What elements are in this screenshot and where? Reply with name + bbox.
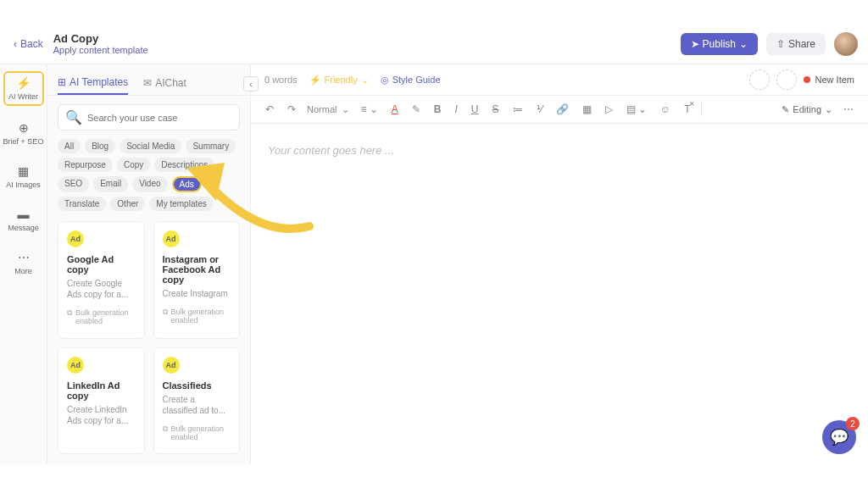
share-button[interactable]: ⇧ Share — [766, 33, 826, 55]
nav-item-brief-seo[interactable]: ⊕Brief + SEO — [3, 118, 44, 149]
status-pill[interactable]: New Item — [804, 75, 854, 85]
tab-ai-templates[interactable]: ⊞ AI Templates — [58, 71, 128, 95]
ad-icon: Ad — [163, 357, 180, 374]
table-button[interactable]: ▤ ⌄ — [624, 102, 649, 117]
bolt-icon: ⚡ — [309, 75, 321, 86]
ad-icon: Ad — [163, 230, 180, 247]
assignee-placeholder-2[interactable] — [776, 69, 797, 90]
separator — [701, 103, 702, 116]
underline-button[interactable]: U — [469, 102, 481, 117]
category-chips: AllBlogSocial MediaSummaryRepurposeCopyD… — [47, 139, 250, 211]
chip-my-templates[interactable]: My templates — [149, 197, 213, 211]
editing-label: Editing — [793, 104, 821, 114]
publish-button[interactable]: ➤ Publish ⌄ — [681, 33, 758, 55]
format-select[interactable]: Normal ⌄ — [307, 104, 349, 115]
apply-template-link[interactable]: Apply content template — [53, 45, 148, 55]
ad-icon: Ad — [67, 357, 84, 374]
word-count: 0 words — [264, 75, 298, 85]
nav-label: Message — [8, 224, 39, 232]
bold-button[interactable]: B — [431, 102, 444, 117]
search-box[interactable]: 🔍 — [58, 104, 240, 130]
back-button[interactable]: ‹ Back — [7, 31, 50, 57]
nav-item-ai-writer[interactable]: ⚡AI Writer — [3, 71, 44, 106]
nav-icon: ⚡ — [17, 76, 31, 90]
video-button[interactable]: ▷ — [603, 102, 615, 117]
chip-all[interactable]: All — [58, 139, 81, 153]
undo-button[interactable]: ↶ — [263, 102, 276, 117]
nav-item-more[interactable]: ⋯More — [3, 247, 44, 279]
header-actions: ➤ Publish ⌄ ⇧ Share — [681, 32, 861, 56]
search-icon: 🔍 — [65, 109, 82, 125]
strike-button[interactable]: S — [490, 102, 502, 117]
ad-icon: Ad — [67, 230, 84, 247]
more-button[interactable]: ⋯ — [841, 102, 856, 117]
emoji-button[interactable]: ☺ — [658, 102, 673, 117]
template-card[interactable]: AdLinkedIn Ad copyCreate LinkedIn Ads co… — [58, 347, 145, 455]
chat-launcher[interactable]: 💬 2 — [822, 420, 856, 454]
editor-toolbar: ↶ ↷ Normal ⌄ ≡ ⌄ A ✎ B I U S ≔ ⅟ 🔗 ▦ ▷ ▤… — [251, 95, 868, 124]
nav-item-message[interactable]: ▬Message — [3, 204, 44, 236]
chevron-down-icon: ⌄ — [825, 104, 832, 115]
template-card[interactable]: AdInstagram or Facebook Ad copyCreate In… — [153, 221, 241, 339]
chip-descriptions[interactable]: Descriptions — [154, 158, 214, 172]
left-nav: ⚡AI Writer⊕Brief + SEO▦AI Images▬Message… — [0, 64, 47, 464]
chip-summary[interactable]: Summary — [186, 139, 236, 153]
nav-label: More — [14, 267, 32, 275]
chip-repurpose[interactable]: Repurpose — [58, 158, 113, 172]
header: ‹ Back Ad Copy Apply content template ➤ … — [0, 24, 868, 64]
italic-button[interactable]: I — [452, 102, 459, 117]
image-button[interactable]: ▦ — [580, 102, 594, 117]
card-meta: ⧉Bulk generation enabled — [67, 308, 136, 325]
bullet-list-button[interactable]: ≔ — [510, 102, 526, 117]
nav-label: AI Images — [6, 180, 41, 189]
template-cards: AdGoogle Ad copyCreate Google Ads copy f… — [47, 211, 250, 464]
assignee-placeholder[interactable] — [749, 69, 770, 90]
chip-social-media[interactable]: Social Media — [120, 139, 181, 153]
number-list-button[interactable]: ⅟ — [534, 102, 545, 117]
editor-top-right: New Item — [749, 69, 854, 90]
style-guide-label: Style Guide — [392, 75, 441, 85]
chip-other[interactable]: Other — [110, 197, 145, 211]
chip-email[interactable]: Email — [93, 176, 128, 192]
nav-label: Brief + SEO — [3, 137, 44, 146]
editing-mode-button[interactable]: ✎ Editing ⌄ — [782, 104, 832, 115]
search-input[interactable] — [87, 113, 232, 123]
text-color-button[interactable]: A — [389, 102, 401, 117]
nav-item-ai-images[interactable]: ▦AI Images — [3, 161, 44, 192]
tab-templates-label: AI Templates — [70, 76, 128, 88]
copy-icon: ⧉ — [163, 424, 168, 434]
editor-content[interactable]: Your content goes here ... — [251, 124, 868, 464]
editor-top-bar: 0 words ⚡ Friendly ⌄ ◎ Style Guide New I… — [251, 64, 868, 95]
card-meta: ⧉Bulk generation enabled — [163, 424, 231, 441]
clear-format-button[interactable]: T✕ — [682, 102, 693, 117]
template-card[interactable]: AdGoogle Ad copyCreate Google Ads copy f… — [58, 221, 145, 339]
chat-icon: 💬 — [830, 428, 849, 446]
collapse-panel-button[interactable]: ‹ — [243, 76, 259, 92]
status-label: New Item — [815, 75, 854, 85]
highlight-button[interactable]: ✎ — [409, 102, 423, 117]
chip-translate[interactable]: Translate — [58, 197, 106, 211]
align-button[interactable]: ≡ ⌄ — [358, 102, 380, 117]
link-button[interactable]: 🔗 — [554, 102, 571, 117]
format-label: Normal — [307, 104, 337, 114]
nav-label: AI Writer — [8, 92, 38, 101]
chip-video[interactable]: Video — [132, 176, 167, 192]
style-guide-button[interactable]: ◎ Style Guide — [381, 75, 441, 86]
tone-selector[interactable]: ⚡ Friendly ⌄ — [309, 75, 369, 86]
avatar[interactable] — [834, 32, 858, 56]
chip-blog[interactable]: Blog — [85, 139, 115, 153]
browser-top-bar — [0, 0, 868, 24]
tone-label: Friendly — [325, 75, 358, 85]
redo-button[interactable]: ↷ — [285, 102, 298, 117]
templates-panel: ‹ ⊞ AI Templates ✉ AIChat 🔍 AllBlogSocia… — [47, 64, 251, 464]
chip-ads[interactable]: Ads — [172, 176, 202, 192]
card-desc: Create LinkedIn Ads copy for a... — [67, 404, 136, 426]
status-dot-icon — [804, 76, 810, 83]
tab-ai-chat[interactable]: ✉ AIChat — [143, 71, 186, 95]
pencil-icon: ✎ — [782, 104, 789, 115]
back-label: Back — [20, 38, 43, 50]
chip-seo[interactable]: SEO — [58, 176, 89, 192]
chip-copy[interactable]: Copy — [117, 158, 150, 172]
template-card[interactable]: AdClassifiedsCreate a classified ad to..… — [153, 347, 241, 455]
card-title: Classifieds — [163, 380, 231, 391]
